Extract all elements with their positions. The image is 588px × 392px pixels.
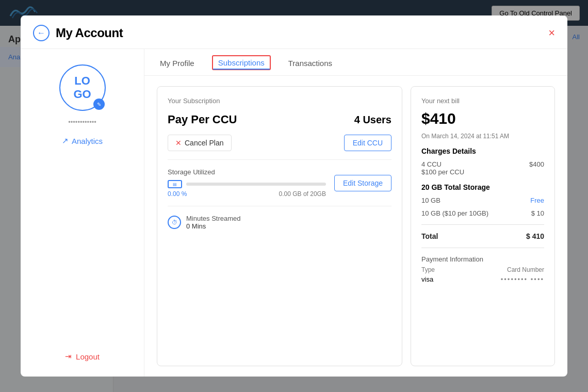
logout-button[interactable]: ⇥ Logout — [65, 352, 100, 361]
right-content: My Profile Subscriptions Transactions Yo… — [144, 49, 567, 377]
subscription-label: Your Subscription — [168, 97, 391, 105]
card-number: •••••••• •••• — [501, 275, 544, 283]
storage-label: Storage Utilized — [168, 168, 326, 176]
content-area: Your Subscription Pay Per CCU 4 Users ✕ … — [144, 76, 567, 377]
payment-title: Payment Information — [421, 255, 544, 263]
clock-icon: ⏱ — [168, 216, 181, 229]
tabs-bar: My Profile Subscriptions Transactions — [144, 49, 567, 76]
left-panel: LO GO ✎ •••••••••••• ↗ Analytics ⇥ Logou… — [21, 49, 144, 377]
modal-header: ← My Account × — [21, 15, 567, 49]
edit-storage-button[interactable]: Edit Storage — [334, 175, 391, 191]
avatar-wrapper: LO GO ✎ — [59, 64, 106, 111]
card-header: Card Number — [507, 266, 544, 273]
storage-free-label: 10 GB — [421, 197, 440, 204]
back-button[interactable]: ← — [33, 25, 50, 41]
ccu-qty: 4 CCU — [421, 160, 464, 168]
total-label: Total — [421, 232, 438, 240]
storage-free-value: Free — [530, 197, 544, 204]
minutes-info: Minutes Streamed 0 Mins — [186, 215, 241, 230]
cancel-plan-button[interactable]: ✕ Cancel Plan — [168, 135, 232, 151]
divider-1 — [168, 159, 391, 160]
ccu-info: 4 CCU $100 per CCU — [421, 160, 464, 176]
subscription-card: Your Subscription Pay Per CCU 4 Users ✕ … — [157, 86, 402, 366]
minutes-section: ⏱ Minutes Streamed 0 Mins — [168, 215, 391, 230]
modal-body: LO GO ✎ •••••••••••• ↗ Analytics ⇥ Logou… — [21, 49, 567, 377]
bill-divider-2 — [421, 248, 544, 248]
cancel-icon: ✕ — [175, 139, 182, 147]
payment-type: visa — [421, 275, 433, 283]
total-value: $ 410 — [526, 232, 544, 240]
minutes-label: Minutes Streamed — [186, 215, 241, 222]
bill-date: On March 14, 2024 at 11:51 AM — [421, 133, 544, 140]
ccu-total: $400 — [529, 160, 544, 176]
tab-subscriptions[interactable]: Subscriptions — [212, 55, 271, 70]
ccu-price: $100 per CCU — [421, 168, 464, 176]
progress-bar-wrap: ▤ — [168, 180, 326, 188]
tab-transactions[interactable]: Transactions — [285, 49, 335, 75]
minutes-value: 0 Mins — [186, 222, 241, 230]
type-header: Type — [421, 266, 435, 273]
external-link-icon: ↗ — [62, 136, 69, 145]
progress-bar — [186, 183, 326, 186]
payment-headers: Type Card Number — [421, 266, 544, 273]
account-modal: ← My Account × LO GO ✎ •••••••••••• ↗ An… — [21, 15, 567, 377]
username-display: •••••••••••• — [68, 118, 96, 126]
payment-row: visa •••••••• •••• — [421, 275, 544, 283]
tab-my-profile[interactable]: My Profile — [157, 49, 198, 75]
edit-ccu-button[interactable]: Edit CCU — [344, 135, 391, 151]
payment-section: Payment Information Type Card Number vis… — [421, 255, 544, 283]
analytics-link[interactable]: ↗ Analytics — [62, 136, 103, 145]
total-row: Total $ 410 — [421, 232, 544, 240]
storage-gb: 0.00 GB of 20GB — [279, 190, 326, 198]
storage-icon: ▤ — [168, 180, 182, 188]
bill-label: Your next bill — [421, 97, 544, 105]
storage-info: Storage Utilized ▤ 0.00 % 0.00 GB of — [168, 168, 326, 198]
close-button[interactable]: × — [548, 27, 555, 39]
subscription-actions: ✕ Cancel Plan Edit CCU — [168, 135, 391, 151]
logout-icon: ⇥ — [65, 352, 72, 361]
bill-amount: $410 — [421, 110, 544, 127]
plan-name: Pay Per CCU — [168, 113, 237, 126]
storage-pct: 0.00 % — [168, 190, 187, 198]
storage-extra-value: $ 10 — [531, 209, 544, 217]
storage-stats: 0.00 % 0.00 GB of 20GB — [168, 190, 326, 198]
charges-title: Charges Details — [421, 147, 544, 155]
avatar-edit-button[interactable]: ✎ — [93, 99, 105, 110]
storage-title-bill: 20 GB Total Storage — [421, 183, 544, 191]
subscription-header: Pay Per CCU 4 Users — [168, 113, 391, 126]
ccu-qty-row: 4 CCU $100 per CCU $400 — [421, 160, 544, 176]
storage-section: Storage Utilized ▤ 0.00 % 0.00 GB of — [168, 168, 391, 198]
users-count: 4 Users — [354, 114, 391, 126]
storage-extra-label: 10 GB ($10 per 10GB) — [421, 209, 488, 217]
modal-overlay: ← My Account × LO GO ✎ •••••••••••• ↗ An… — [0, 0, 588, 392]
bill-divider — [421, 224, 544, 225]
storage-extra-row: 10 GB ($10 per 10GB) $ 10 — [421, 209, 544, 217]
divider-2 — [168, 206, 391, 206]
storage-free-row: 10 GB Free — [421, 197, 544, 204]
modal-title: My Account — [56, 26, 123, 40]
bill-card: Your next bill $410 On March 14, 2024 at… — [411, 86, 555, 366]
